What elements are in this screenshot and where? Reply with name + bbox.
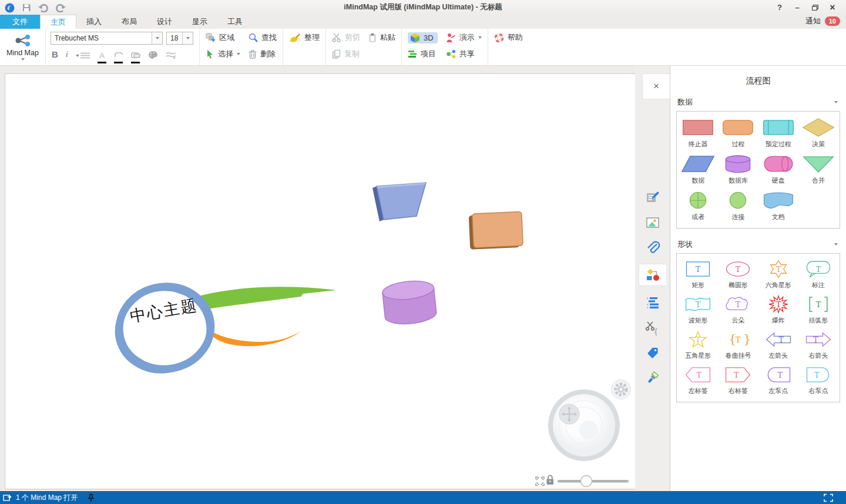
restore-button[interactable] — [806, 1, 824, 15]
shape-item[interactable]: T矩形 — [678, 257, 718, 293]
nav-wheel[interactable] — [548, 389, 620, 461]
font-size-dropdown-icon[interactable] — [182, 32, 193, 44]
svg-text:T: T — [697, 371, 702, 379]
help-titlebar-button[interactable]: ? — [771, 1, 788, 15]
font-family-select[interactable]: Trebuchet MS — [51, 32, 163, 45]
tab-layout[interactable]: 布局 — [112, 15, 147, 29]
present-button[interactable]: 演示 — [446, 32, 482, 43]
delete-button[interactable]: 删除 — [249, 48, 277, 60]
shape-item[interactable]: T波矩形 — [678, 293, 718, 328]
zoom-slider[interactable] — [558, 476, 629, 487]
close-window-button[interactable]: × — [824, 1, 841, 15]
format-painter-icon[interactable] — [639, 369, 666, 387]
shape-item[interactable]: T括弧形 — [798, 293, 838, 328]
svg-text:T: T — [736, 335, 741, 344]
bold-button[interactable]: B — [52, 50, 58, 59]
nav-knob[interactable] — [559, 404, 579, 424]
minimize-button[interactable]: – — [788, 1, 806, 15]
shape-item[interactable]: T右标签 — [718, 363, 758, 398]
branch-orange[interactable] — [206, 328, 302, 346]
save-icon[interactable] — [21, 2, 32, 14]
shape-item[interactable]: 数据 — [678, 152, 718, 188]
open-maps-icon[interactable] — [3, 493, 12, 502]
shape-item[interactable]: T左标签 — [678, 363, 718, 398]
shape-item[interactable]: 数据库 — [718, 152, 758, 188]
font-size-select[interactable]: 18 — [166, 32, 193, 45]
select-button[interactable]: 选择 — [206, 48, 240, 60]
mindmap-button[interactable]: Mind Map — [0, 29, 46, 65]
area-button[interactable]: 区域 — [206, 32, 240, 43]
shape-item[interactable]: 或者 — [678, 188, 718, 224]
zoom-slider-handle[interactable] — [581, 476, 592, 487]
tab-tools[interactable]: 工具 — [217, 15, 253, 29]
3d-button[interactable]: 3D — [408, 32, 438, 43]
shape-item[interactable]: T右泵点 — [798, 363, 838, 398]
tab-insert[interactable]: 插入 — [76, 15, 112, 29]
shape-3d-parallelogram[interactable] — [372, 183, 426, 221]
section-header-1[interactable]: 形状 — [670, 238, 846, 251]
project-button[interactable]: 项目 — [408, 48, 438, 60]
shape-3d-cylinder[interactable] — [381, 279, 437, 327]
shape-item[interactable]: 终止器 — [678, 115, 718, 152]
italic-button[interactable]: i — [66, 50, 68, 59]
notification-area[interactable]: 通知 10 — [805, 16, 840, 26]
copy-button[interactable]: 复制 — [332, 48, 360, 60]
shape-item[interactable]: T左箭头 — [758, 328, 798, 363]
settings-gear-icon[interactable] — [612, 380, 631, 399]
shape-item[interactable]: 硬盘 — [758, 152, 798, 188]
tab-view[interactable]: 显示 — [182, 15, 217, 29]
shape-item[interactable]: T爆炸 — [758, 293, 798, 328]
attachment-icon[interactable] — [639, 238, 666, 257]
outline-icon[interactable] — [639, 293, 666, 311]
section-collapse-caret-icon[interactable] — [834, 101, 838, 103]
section-collapse-caret-icon[interactable] — [834, 243, 838, 246]
shape-3d-process-box[interactable] — [469, 211, 523, 250]
lock-icon[interactable] — [547, 475, 554, 485]
find-button[interactable]: 查找 — [249, 32, 277, 43]
shape-item[interactable]: 合并 — [798, 152, 838, 188]
shape-item[interactable]: 预定过程 — [758, 115, 798, 152]
flowchart-icon[interactable] — [639, 264, 666, 286]
help-button[interactable]: 帮助 — [494, 32, 523, 43]
shape-item[interactable]: T左泵点 — [758, 363, 798, 398]
fullscreen-icon[interactable] — [824, 493, 833, 504]
shape-item[interactable]: T五角星形 — [678, 328, 718, 363]
shape-item[interactable]: {}T卷曲挂号 — [718, 328, 758, 363]
section-header-0[interactable]: 数据 — [670, 96, 846, 109]
tidy-button[interactable]: 整理 — [289, 32, 320, 43]
fit-screen-icon[interactable] — [536, 477, 544, 486]
image-icon[interactable] — [639, 213, 666, 231]
share-button[interactable]: 共享 — [446, 48, 482, 60]
undo-icon[interactable] — [38, 2, 49, 14]
tag-icon[interactable] — [639, 344, 666, 362]
tab-design[interactable]: 设计 — [147, 15, 182, 29]
shape-item[interactable]: 过程 — [718, 115, 758, 152]
mindmap-canvas[interactable]: 中心主题 — [5, 73, 636, 489]
branch-style-button[interactable] — [166, 51, 176, 61]
shape-item[interactable]: T云朵 — [718, 293, 758, 328]
redo-icon[interactable] — [55, 2, 66, 14]
shape-item[interactable]: T右箭头 — [798, 328, 838, 363]
app-logo-icon[interactable] — [4, 2, 15, 14]
paste-button[interactable]: 粘贴 — [368, 32, 395, 43]
palette-button[interactable] — [148, 51, 158, 61]
shape-item[interactable]: 连接 — [718, 188, 758, 224]
note-icon[interactable] — [639, 188, 666, 206]
branch-color-button[interactable] — [114, 50, 123, 63]
pin-icon[interactable] — [88, 493, 95, 502]
snippet-icon[interactable]: { } — [639, 318, 666, 337]
box-color-button[interactable] — [131, 50, 140, 63]
panel-close-button[interactable]: × — [642, 73, 670, 99]
font-color-button[interactable]: A — [98, 50, 106, 63]
font-family-dropdown-icon[interactable] — [152, 32, 162, 44]
cut-button[interactable]: 剪切 — [332, 32, 360, 43]
tab-file[interactable]: 文件 — [0, 15, 40, 29]
shape-item[interactable]: T椭圆形 — [718, 257, 758, 293]
shape-item[interactable]: T六角星形 — [758, 257, 798, 293]
alignment-button[interactable] — [76, 52, 90, 59]
branch-green[interactable] — [201, 287, 336, 310]
shape-item[interactable]: 决策 — [798, 115, 838, 152]
tab-home[interactable]: 主页 — [40, 15, 76, 29]
shape-item[interactable]: T标注 — [798, 257, 838, 293]
shape-item[interactable]: 文档 — [758, 188, 798, 224]
